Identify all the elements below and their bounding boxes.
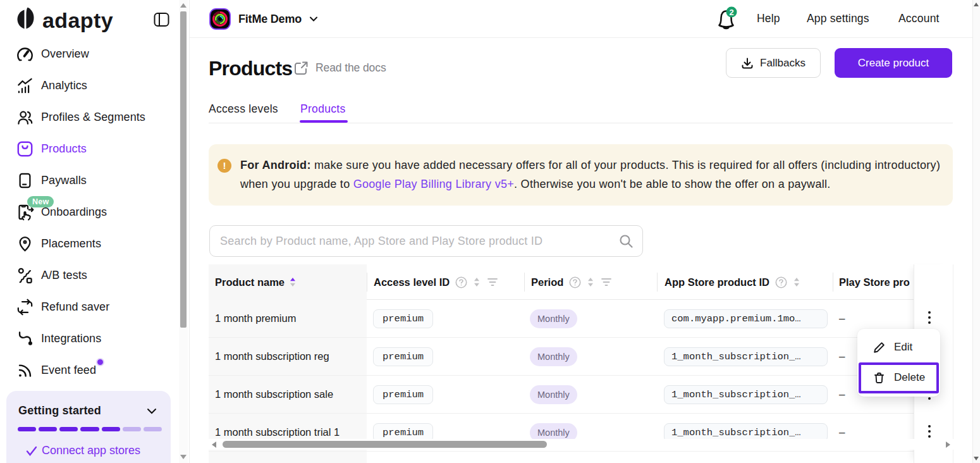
svg-text:2: 2: [729, 8, 733, 17]
svg-text:adapty: adapty: [42, 8, 113, 32]
